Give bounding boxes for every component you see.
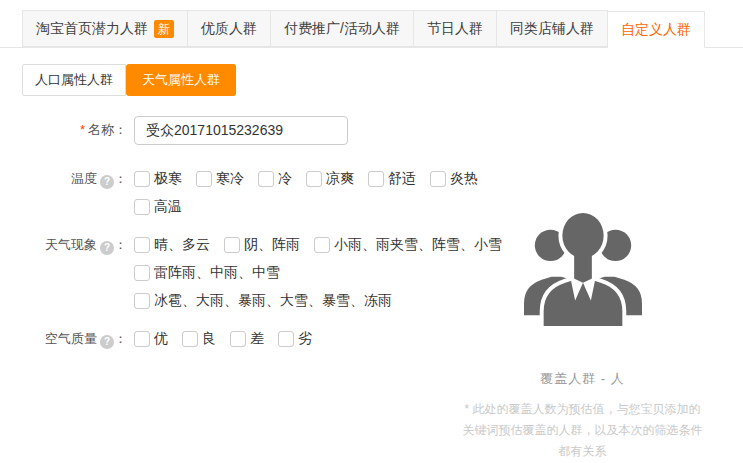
checkbox-label: 雷阵雨、中雨、中雪 (154, 264, 280, 282)
note-line: 关键词预估覆盖的人群，以及本次的筛选条件 (425, 420, 740, 441)
checkbox-label: 冷 (278, 170, 292, 188)
checkbox-box[interactable] (314, 237, 330, 253)
help-icon[interactable]: ? (100, 335, 114, 349)
checkbox-box[interactable] (230, 331, 246, 347)
checkbox-box[interactable] (196, 171, 212, 187)
field-label-text: 天气现象 (45, 237, 97, 252)
audience-targeting-page: 淘宝首页潜力人群新优质人群付费推广/活动人群节日人群同类店铺人群自定义人群 人口… (0, 10, 743, 463)
new-badge: 新 (154, 20, 174, 38)
air-quality-option[interactable]: 优 (134, 330, 168, 348)
checkbox-box[interactable] (134, 199, 150, 215)
checkbox-label: 舒适 (388, 170, 416, 188)
temperature-option[interactable]: 高温 (134, 198, 182, 216)
temperature-option[interactable]: 冷 (258, 170, 292, 188)
subtab-weather-audience[interactable]: 天气属性人群 (126, 64, 236, 96)
name-label-text: 名称 (88, 122, 114, 137)
checkbox-box[interactable] (134, 171, 150, 187)
checkbox-box[interactable] (134, 237, 150, 253)
checkbox-box[interactable] (306, 171, 322, 187)
audience-name-input[interactable] (134, 116, 348, 145)
checkbox-box[interactable] (182, 331, 198, 347)
air-quality-option[interactable]: 劣 (278, 330, 312, 348)
weather-phenomenon-field-label: 天气现象?： (0, 234, 127, 318)
required-asterisk: * (80, 122, 85, 137)
checkbox-box[interactable] (258, 171, 274, 187)
checkbox-box[interactable] (134, 293, 150, 309)
checkbox-label: 差 (250, 330, 264, 348)
coverage-summary-panel: 覆盖人群 - 人 * 此处的覆盖人数为预估值，与您宝贝添加的关键词预估覆盖的人群… (425, 208, 740, 462)
subtab-demographic-audience[interactable]: 人口属性人群 (22, 64, 126, 96)
field-label-colon: ： (114, 237, 127, 252)
coverage-estimate-note: * 此处的覆盖人数为预估值，与您宝贝添加的关键词预估覆盖的人群，以及本次的筛选条… (425, 399, 740, 462)
checkbox-label: 炎热 (450, 170, 478, 188)
tab-bar: 淘宝首页潜力人群新优质人群付费推广/活动人群节日人群同类店铺人群自定义人群 (0, 10, 743, 48)
tab-label: 付费推广/活动人群 (284, 20, 400, 38)
option-line: 极寒寒冷冷凉爽舒适炎热 (134, 168, 492, 190)
help-icon[interactable]: ? (100, 175, 114, 189)
tab-custom-audience[interactable]: 自定义人群 (608, 11, 705, 48)
checkbox-label: 阴、阵雨 (244, 236, 300, 254)
note-line: 都有关系 (425, 441, 740, 462)
checkbox-box[interactable] (134, 265, 150, 281)
temperature-option[interactable]: 凉爽 (306, 170, 354, 188)
checkbox-label: 冰雹、大雨、暴雨、大雪、暴雪、冻雨 (154, 292, 392, 310)
field-label-colon: ： (114, 331, 127, 346)
field-label-colon: ： (114, 171, 127, 186)
checkbox-label: 寒冷 (216, 170, 244, 188)
temperature-option[interactable]: 炎热 (430, 170, 478, 188)
tab-similar-shop-audience[interactable]: 同类店铺人群 (497, 10, 608, 47)
tab-taobao-home-potential[interactable]: 淘宝首页潜力人群新 (22, 10, 188, 47)
checkbox-label: 晴、多云 (154, 236, 210, 254)
note-line: * 此处的覆盖人数为预估值，与您宝贝添加的 (425, 399, 740, 420)
checkbox-label: 凉爽 (326, 170, 354, 188)
air-quality-options: 优良差劣 (134, 328, 326, 356)
name-field-label: *名称： (0, 116, 127, 145)
subtab-bar: 人口属性人群天气属性人群 (22, 64, 743, 96)
coverage-count-text: 覆盖人群 - 人 (425, 370, 740, 388)
checkbox-box[interactable] (278, 331, 294, 347)
checkbox-box[interactable] (134, 331, 150, 347)
tab-label: 自定义人群 (621, 21, 691, 39)
air-quality-option[interactable]: 差 (230, 330, 264, 348)
tab-label: 节日人群 (427, 20, 483, 38)
people-group-icon (519, 208, 647, 326)
checkbox-label: 劣 (298, 330, 312, 348)
temperature-field-label: 温度?： (0, 168, 127, 224)
name-label-colon: ： (114, 122, 127, 137)
tab-festival-audience[interactable]: 节日人群 (414, 10, 497, 47)
weather-phenomenon-option[interactable]: 阴、阵雨 (224, 236, 300, 254)
tab-premium-audience[interactable]: 优质人群 (188, 10, 271, 47)
checkbox-label: 优 (154, 330, 168, 348)
temperature-option[interactable]: 极寒 (134, 170, 182, 188)
field-label-text: 空气质量 (45, 331, 97, 346)
form-row-name: *名称： (0, 116, 743, 145)
tab-label: 优质人群 (201, 20, 257, 38)
air-quality-field-label: 空气质量?： (0, 328, 127, 356)
checkbox-box[interactable] (368, 171, 384, 187)
weather-phenomenon-option[interactable]: 冰雹、大雨、暴雨、大雪、暴雪、冻雨 (134, 292, 392, 310)
tab-paid-promo-activity[interactable]: 付费推广/活动人群 (271, 10, 414, 47)
checkbox-label: 良 (202, 330, 216, 348)
field-label-text: 温度 (71, 171, 97, 186)
checkbox-box[interactable] (430, 171, 446, 187)
checkbox-label: 高温 (154, 198, 182, 216)
option-line: 优良差劣 (134, 328, 326, 350)
help-icon[interactable]: ? (100, 241, 114, 255)
checkbox-label: 极寒 (154, 170, 182, 188)
weather-phenomenon-option[interactable]: 雷阵雨、中雨、中雪 (134, 264, 280, 282)
temperature-option[interactable]: 寒冷 (196, 170, 244, 188)
tab-label: 淘宝首页潜力人群 (36, 20, 148, 38)
weather-phenomenon-option[interactable]: 晴、多云 (134, 236, 210, 254)
checkbox-box[interactable] (224, 237, 240, 253)
temperature-option[interactable]: 舒适 (368, 170, 416, 188)
tab-label: 同类店铺人群 (510, 20, 594, 38)
air-quality-option[interactable]: 良 (182, 330, 216, 348)
